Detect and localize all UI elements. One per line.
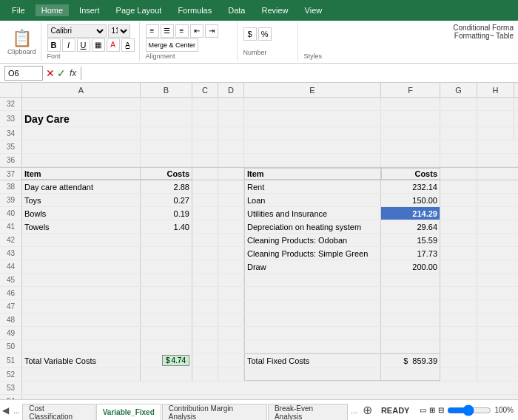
tab-break-even[interactable]: Break-Even Analysis — [268, 404, 348, 420]
cell-c34[interactable] — [192, 127, 218, 140]
border-button[interactable]: ▦ — [92, 38, 105, 52]
paste-button[interactable]: 📋 — [12, 29, 32, 48]
cell-f51[interactable]: $ 859.39 — [381, 353, 440, 368]
percent-button[interactable]: % — [258, 27, 272, 41]
col-header-h[interactable]: H — [477, 83, 514, 97]
tab-contribution-margin[interactable]: Contribution Margin Analysis — [162, 404, 267, 420]
cell-a51[interactable]: Total Variable Costs — [22, 353, 141, 368]
cell-f34[interactable] — [381, 127, 440, 140]
cell-e51[interactable]: Total Fixed Costs — [244, 353, 381, 368]
dollar-button[interactable]: $ — [243, 27, 257, 41]
font-family-select[interactable]: Calibri — [47, 24, 107, 38]
cell-reference-box[interactable]: O6 — [4, 66, 43, 81]
cell-d33[interactable] — [218, 111, 244, 126]
cell-b34[interactable] — [141, 127, 192, 140]
cell-a41[interactable]: Towels — [22, 220, 141, 233]
cell-f40-highlighted[interactable]: 214.29 — [381, 207, 440, 220]
view-normal-btn[interactable]: ▭ — [420, 406, 426, 414]
cell-a34[interactable] — [22, 127, 141, 140]
view-page-break-btn[interactable]: ⊟ — [438, 406, 444, 414]
cell-e40[interactable]: Utilities and Insurance — [244, 207, 381, 220]
cell-e42[interactable]: Cleaning Products: Odoban — [244, 234, 381, 246]
cell-f41[interactable]: 29.64 — [381, 220, 440, 233]
cell-b40[interactable]: 0.19 — [141, 207, 192, 220]
cell-f42[interactable]: 15.59 — [381, 234, 440, 246]
ribbon-tab-review[interactable]: Review — [255, 4, 294, 16]
ribbon-tab-formulas[interactable]: Formulas — [172, 4, 218, 16]
confirm-formula-btn[interactable]: ✓ — [57, 68, 66, 78]
cell-e38[interactable]: Rent — [244, 180, 381, 193]
cell-a38[interactable]: Day care attendant — [22, 180, 141, 193]
align-left-btn[interactable]: ≡ — [146, 24, 159, 38]
cell-f33[interactable] — [381, 111, 440, 126]
ribbon-tab-file[interactable]: File — [6, 4, 31, 16]
indent-increase-btn[interactable]: ⇥ — [205, 24, 218, 38]
cell-g32[interactable] — [440, 98, 477, 110]
tab-cost-classification[interactable]: Cost Classification — [22, 404, 95, 420]
cell-f32[interactable] — [381, 98, 440, 110]
col-header-d[interactable]: D — [218, 83, 244, 97]
cell-b39[interactable]: 0.27 — [141, 194, 192, 206]
cell-d34[interactable] — [218, 127, 244, 140]
add-sheet-btn[interactable]: ⊕ — [360, 403, 375, 417]
font-color-button[interactable]: A̲ — [121, 38, 135, 52]
ribbon-tab-insert[interactable]: Insert — [73, 4, 106, 16]
zoom-slider[interactable] — [447, 405, 491, 416]
col-header-a[interactable]: A — [22, 83, 141, 97]
view-page-layout-btn[interactable]: ⊞ — [429, 406, 435, 414]
align-right-btn[interactable]: ≡ — [175, 24, 189, 38]
fill-color-button[interactable]: A — [107, 38, 120, 52]
ribbon-tab-pagelayout[interactable]: Page Layout — [110, 4, 168, 16]
indent-decrease-btn[interactable]: ⇤ — [190, 24, 204, 38]
cell-e39[interactable]: Loan — [244, 194, 381, 206]
cell-e34[interactable] — [244, 127, 381, 140]
cell-b51[interactable]: $ 4.74 — [141, 353, 192, 368]
cell-h33[interactable] — [477, 111, 514, 126]
col-header-e[interactable]: E — [244, 83, 381, 97]
cell-b38[interactable]: 2.88 — [141, 180, 192, 193]
cell-f43[interactable]: 17.73 — [381, 247, 440, 260]
cell-e37[interactable]: Item — [244, 168, 381, 180]
cell-g33[interactable] — [440, 111, 477, 126]
cell-e43[interactable]: Cleaning Products: Simple Green — [244, 247, 381, 260]
cell-b32[interactable] — [141, 98, 192, 110]
cell-b33[interactable] — [141, 111, 192, 126]
align-center-btn[interactable]: ☰ — [161, 24, 174, 38]
col-header-b[interactable]: B — [141, 83, 192, 97]
cell-b41[interactable]: 1.40 — [141, 220, 192, 233]
cell-e32[interactable] — [244, 98, 381, 110]
font-size-select[interactable]: 11 — [108, 24, 130, 38]
cell-h32[interactable] — [477, 98, 514, 110]
cell-f44[interactable]: 200.00 — [381, 260, 440, 273]
ribbon-tab-home[interactable]: Home — [36, 4, 69, 16]
tab-variable-fixed[interactable]: Variable_Fixed — [96, 404, 161, 420]
cell-f37[interactable]: Costs — [381, 168, 440, 180]
cell-d32[interactable] — [218, 98, 244, 110]
ribbon-tab-view[interactable]: View — [299, 4, 329, 16]
nav-left-btn[interactable]: ◀ — [0, 405, 11, 416]
underline-button[interactable]: U — [77, 38, 90, 52]
cell-e41[interactable]: Depreciation on heating system — [244, 220, 381, 233]
cell-a39[interactable]: Toys — [22, 194, 141, 206]
italic-button[interactable]: I — [62, 38, 75, 52]
ribbon-tab-data[interactable]: Data — [222, 4, 251, 16]
cell-c33[interactable] — [192, 111, 218, 126]
cell-e44[interactable]: Draw — [244, 260, 381, 273]
formula-input[interactable] — [84, 69, 514, 78]
cell-h34[interactable] — [477, 127, 514, 140]
cell-e33[interactable] — [244, 111, 381, 126]
cell-f38[interactable]: 232.14 — [381, 180, 440, 193]
col-header-g[interactable]: G — [440, 83, 477, 97]
bold-button[interactable]: B — [47, 38, 61, 52]
cell-a40[interactable]: Bowls — [22, 207, 141, 220]
col-header-c[interactable]: C — [192, 83, 218, 97]
cell-g34[interactable] — [440, 127, 477, 140]
col-header-f[interactable]: F — [381, 83, 440, 97]
cell-f39[interactable]: 150.00 — [381, 194, 440, 206]
cell-b37[interactable]: Costs — [141, 168, 192, 180]
cancel-formula-btn[interactable]: ✕ — [46, 68, 55, 78]
cell-c32[interactable] — [192, 98, 218, 110]
merge-center-button[interactable]: Merge & Center — [146, 38, 199, 52]
cell-a37[interactable]: Item — [22, 168, 141, 180]
cell-a32[interactable] — [22, 98, 141, 110]
